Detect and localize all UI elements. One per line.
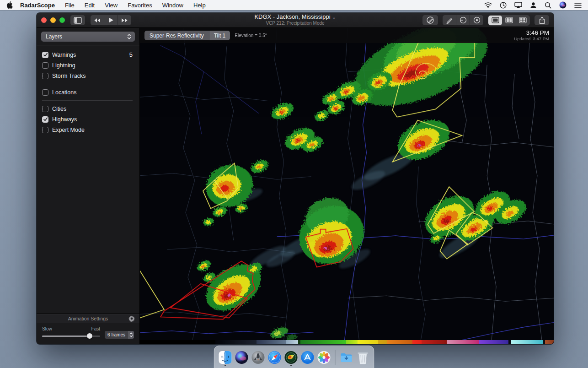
colorbar-segment (479, 340, 508, 344)
layers-sidebar: Layers Warnings 5 Lightning (37, 28, 140, 344)
colorbar-segment (447, 340, 479, 344)
colorbar-segment (140, 340, 215, 344)
layer-label-expert-mode: Expert Mode (52, 127, 85, 133)
colorbar-segment (257, 340, 286, 344)
playback-controls (91, 15, 131, 25)
zoom-button[interactable] (59, 17, 65, 23)
vcp-mode-subtitle: VCP 212: Precipitation Mode (254, 21, 336, 26)
product-segmented: Super-Res Reflectivity Tilt 1 (144, 31, 230, 40)
colorbar-segment (511, 340, 543, 344)
radar-map[interactable]: Super-Res Reflectivity Tilt 1 Elevation … (140, 28, 554, 344)
scan-time-block: 3:46 PM Updated: 3:47 PM (514, 29, 549, 41)
radar-imagery (140, 28, 554, 340)
reflectivity-colorbar (140, 340, 554, 344)
frames-select[interactable]: 6 frames (105, 331, 134, 339)
gear-icon[interactable] (128, 315, 135, 324)
tilt-button[interactable]: Tilt 1 (209, 31, 230, 40)
layer-row-lightning[interactable]: Lightning (37, 60, 139, 70)
dock-launchpad-icon[interactable] (251, 350, 266, 365)
radarscope-running-indicator (290, 365, 292, 366)
sidebar-toggle-button[interactable] (70, 15, 85, 25)
dock-siri-icon[interactable] (235, 350, 249, 365)
play-button[interactable] (104, 15, 118, 25)
view-layout-segmented (488, 15, 530, 26)
dock (214, 346, 374, 368)
dock-app-store-icon[interactable] (300, 350, 315, 365)
menu-list-icon[interactable] (574, 2, 582, 8)
product-button[interactable]: Super-Res Reflectivity (144, 31, 209, 40)
colorbar-segment (346, 340, 358, 344)
layer-label-storm-tracks: Storm Tracks (52, 73, 86, 79)
dock-safari-icon[interactable] (267, 350, 282, 365)
frames-stepper[interactable] (128, 331, 134, 339)
layers-dropdown-label: Layers (46, 33, 127, 40)
apple-menu[interactable] (6, 1, 13, 9)
dual-pane-view-button[interactable] (502, 16, 516, 25)
window-title-block[interactable]: KDGX - Jackson, Mississippi ⌄ VCP 212: P… (254, 14, 336, 26)
dock-radarscope-icon[interactable] (284, 350, 299, 365)
layer-row-warnings[interactable]: Warnings 5 (37, 49, 139, 60)
menu-item-favorites[interactable]: Favorites (128, 2, 152, 9)
layer-row-expert-mode[interactable]: Expert Mode (37, 124, 139, 135)
locations-checkbox[interactable] (42, 89, 48, 96)
layer-row-storm-tracks[interactable]: Storm Tracks (37, 70, 139, 81)
dock-trash-icon[interactable] (356, 350, 370, 365)
layer-label-cities: Cities (52, 106, 66, 112)
annotate-tool-button[interactable] (422, 15, 438, 25)
menu-item-radarscope[interactable]: RadarScope (20, 2, 55, 9)
step-back-button[interactable] (91, 15, 104, 25)
chevron-down-icon: ⌄ (332, 15, 336, 20)
lightning-checkbox[interactable] (42, 62, 48, 69)
menu-item-file[interactable]: File (65, 2, 75, 9)
close-button[interactable] (41, 17, 47, 23)
animation-speed-slider[interactable] (42, 333, 100, 339)
single-pane-view-button[interactable] (488, 16, 502, 25)
window-titlebar[interactable]: KDGX - Jackson, Mississippi ⌄ VCP 212: P… (37, 13, 554, 28)
minimize-button[interactable] (50, 17, 56, 23)
slow-label: Slow (42, 326, 52, 331)
severe-warning-polygon-west-edge[interactable] (140, 271, 164, 318)
scan-time: 3:46 PM (514, 29, 549, 37)
warnings-count-badge: 5 (129, 51, 133, 58)
highways-checkbox[interactable] (42, 116, 48, 123)
expert-mode-checkbox[interactable] (42, 127, 48, 133)
pencil-tool-icon[interactable] (443, 15, 456, 25)
layer-label-highways: Highways (52, 116, 77, 123)
colorbar-segment (545, 340, 554, 344)
layer-row-locations[interactable]: Locations (37, 87, 139, 97)
menu-item-edit[interactable]: Edit (85, 2, 95, 9)
dock-finder-icon[interactable] (218, 350, 233, 365)
wifi-icon[interactable] (484, 2, 492, 8)
cities-checkbox[interactable] (42, 106, 48, 112)
colorbar-segment (378, 340, 387, 344)
clock-icon[interactable] (500, 2, 507, 9)
updated-time: Updated: 3:47 PM (514, 37, 549, 42)
colorbar-segment (300, 340, 346, 344)
radar-center-tool-icon[interactable] (470, 15, 483, 25)
airplay-icon[interactable] (514, 2, 522, 8)
dock-photos-icon[interactable] (317, 350, 331, 365)
quad-pane-view-button[interactable] (516, 16, 529, 25)
layer-row-cities[interactable]: Cities (37, 103, 139, 114)
dock-divider (335, 350, 336, 365)
radarscope-window: KDGX - Jackson, Mississippi ⌄ VCP 212: P… (37, 13, 554, 344)
share-button[interactable] (535, 15, 549, 25)
azimuth-tool-icon[interactable] (456, 15, 470, 25)
menu-item-view[interactable]: View (105, 2, 118, 9)
animation-speed-slider-thumb[interactable] (87, 333, 92, 339)
animation-settings-header: Animation Settings (37, 314, 139, 323)
search-icon[interactable] (545, 2, 551, 9)
step-forward-button[interactable] (118, 15, 131, 25)
user-icon[interactable] (530, 2, 537, 9)
dock-downloads-folder-icon[interactable] (339, 350, 354, 365)
menu-item-window[interactable]: Window (162, 2, 183, 9)
colorbar-segment (215, 340, 257, 344)
layer-label-locations: Locations (52, 89, 77, 96)
layers-dropdown[interactable]: Layers (41, 32, 135, 42)
layer-row-highways[interactable]: Highways (37, 114, 139, 124)
storm-tracks-checkbox[interactable] (42, 73, 48, 79)
siri-icon[interactable] (559, 1, 567, 9)
radar-top-bar: Super-Res Reflectivity Tilt 1 Elevation … (140, 28, 554, 43)
warnings-checkbox[interactable] (42, 52, 48, 58)
menu-item-help[interactable]: Help (193, 2, 206, 9)
